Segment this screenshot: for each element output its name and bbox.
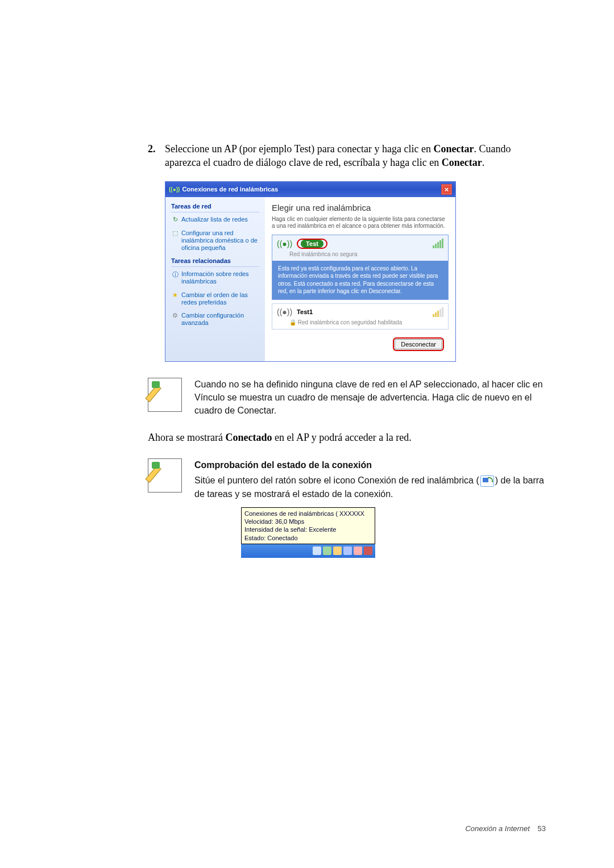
signal-icon	[433, 239, 443, 248]
link-label: Información sobre redes inalámbricas	[181, 270, 259, 285]
network-subtext: Red inalámbrica no segura	[285, 251, 448, 261]
network-item-test[interactable]: ((●)) Test Red inalámbrica no segura Est…	[272, 235, 449, 300]
note-icon	[148, 458, 182, 493]
note-body: Sitúe el puntero del ratón sobre el icon…	[194, 474, 546, 500]
tooltip-line: Estado: Conectado	[244, 534, 372, 542]
instruction-step: 2. Seleccione un AP (por ejemplo Test) p…	[148, 142, 546, 170]
link-label: Configurar una red inalámbrica doméstica…	[181, 229, 259, 252]
link-label: Cambiar el orden de las redes preferidas	[181, 291, 259, 306]
wireless-dialog: ((●))Conexiones de red inalámbricas × Ta…	[165, 181, 456, 362]
signal-icon	[433, 307, 443, 317]
body-text-bold: Conectado	[225, 432, 272, 443]
network-name: Test1	[297, 308, 428, 315]
tray-icon[interactable]	[364, 546, 372, 555]
refresh-networks-link[interactable]: ↻ Actualizar lista de redes	[171, 216, 259, 224]
tray-connection-icon	[480, 475, 494, 487]
antenna-icon: ((●))	[169, 186, 180, 193]
step-text-a: Seleccione un AP (por ejemplo Test) para…	[165, 143, 434, 155]
network-item-test1[interactable]: ((●)) Test1 🔒 Red inalámbrica con seguri…	[272, 303, 449, 329]
tray-icon[interactable]	[354, 546, 362, 555]
setup-icon: ⬚	[171, 229, 179, 237]
tooltip-screenshot: Conexiones de red inalámbricas ( XXXXXX …	[241, 507, 375, 558]
network-sub-label: Red inalámbrica con seguridad habilitada	[298, 319, 402, 326]
network-name: Test	[297, 239, 428, 249]
antenna-icon: ((●))	[277, 239, 292, 248]
dialog-main: Elegir una red inalámbrica Haga clic en …	[265, 197, 455, 361]
tooltip-line: Intensidad de la señal: Excelente	[244, 525, 372, 533]
tray-icon[interactable]	[313, 546, 321, 555]
disconnect-button[interactable]: Desconectar	[395, 339, 442, 349]
sidebar-header-2: Tareas relacionadas	[171, 257, 259, 267]
dialog-button-row: Desconectar	[272, 333, 449, 356]
tray-icon[interactable]	[343, 546, 352, 555]
choose-network-desc: Haga clic en cualquier elemento de la si…	[272, 216, 449, 230]
setup-network-link[interactable]: ⬚ Configurar una red inalámbrica domésti…	[171, 229, 259, 252]
body-text-b: en el AP y podrá acceder a la red.	[272, 432, 411, 443]
step-text: Seleccione un AP (por ejemplo Test) para…	[165, 142, 546, 170]
highlight-oval: Desconectar	[393, 337, 444, 351]
advanced-link[interactable]: ⚙ Cambiar configuración avanzada	[171, 312, 259, 327]
link-label: Cambiar configuración avanzada	[181, 312, 259, 327]
network-info: Esta red ya está configurada para el acc…	[272, 261, 448, 299]
lock-icon: 🔒	[289, 319, 296, 326]
star-icon: ★	[171, 291, 179, 299]
note-icon	[148, 378, 182, 412]
gear-icon: ⚙	[171, 312, 179, 320]
note-block-2: Comprobación del estado de la conexión S…	[148, 458, 546, 558]
footer-text: Conexión a Internet	[465, 824, 529, 833]
page-footer: Conexión a Internet 53	[465, 824, 546, 833]
sidebar-header-1: Tareas de red	[171, 203, 259, 212]
dialog-title: ((●))Conexiones de red inalámbricas	[169, 186, 278, 193]
network-subtext: 🔒 Red inalámbrica con seguridad habilita…	[285, 319, 448, 329]
dialog-titlebar: ((●))Conexiones de red inalámbricas ×	[165, 182, 455, 197]
choose-network-title: Elegir una red inalámbrica	[272, 203, 449, 212]
body-text-a: Ahora se mostrará	[148, 432, 225, 443]
highlight-oval: Test	[297, 239, 327, 249]
note-text: Cuando no se ha definido ninguna clave d…	[194, 378, 546, 418]
note-heading: Comprobación del estado de la conexión	[194, 458, 546, 471]
tray-icon[interactable]	[323, 546, 331, 555]
refresh-icon: ↻	[171, 216, 179, 224]
tooltip-box: Conexiones de red inalámbricas ( XXXXXX …	[241, 507, 375, 544]
dialog-sidebar: Tareas de red ↻ Actualizar lista de rede…	[165, 197, 265, 361]
antenna-icon: ((●))	[277, 307, 292, 316]
reorder-link[interactable]: ★ Cambiar el orden de las redes preferid…	[171, 291, 259, 306]
note-block-1: Cuando no se ha definido ninguna clave d…	[148, 378, 546, 418]
info-icon: ⓘ	[171, 270, 179, 278]
step-bold-a: Conectar	[434, 143, 474, 155]
step-bold-b: Conectar	[442, 157, 482, 168]
tooltip-line: Conexiones de red inalámbricas ( XXXXXX	[244, 510, 372, 518]
network-name-badge: Test	[301, 240, 323, 248]
tooltip-line: Velocidad: 36,0 Mbps	[244, 518, 372, 525]
tray-icon[interactable]	[333, 546, 342, 555]
step-text-c: .	[482, 157, 485, 168]
note-text-a: Sitúe el puntero del ratón sobre el icon…	[194, 475, 479, 485]
learn-link[interactable]: ⓘ Información sobre redes inalámbricas	[171, 270, 259, 285]
step-number: 2.	[148, 142, 165, 170]
note-text: Comprobación del estado de la conexión S…	[194, 458, 546, 558]
link-label: Actualizar lista de redes	[181, 216, 248, 223]
footer-page: 53	[538, 824, 546, 833]
body-line: Ahora se mostrará Conectado en el AP y p…	[148, 432, 546, 444]
taskbar-tray	[241, 544, 375, 558]
dialog-title-text: Conexiones de red inalámbricas	[182, 186, 278, 193]
close-button[interactable]: ×	[441, 184, 452, 195]
